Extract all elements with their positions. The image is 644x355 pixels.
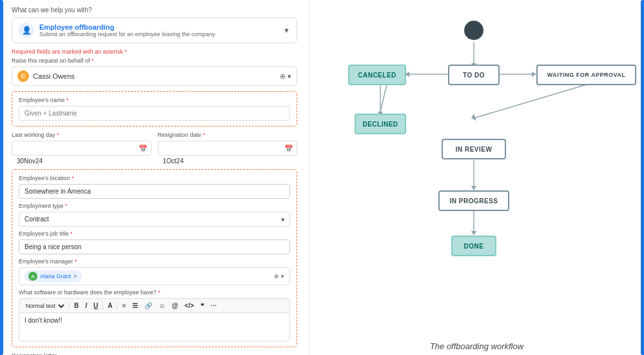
toolbar-divider-2: [102, 302, 103, 310]
right-panel: TO DO CANCELED DECLINED WAITING FOR APPR…: [309, 0, 644, 355]
behalf-label: Raise this request on behalf of *: [12, 57, 297, 64]
richtext-body[interactable]: I don't know!!: [19, 312, 290, 341]
waiting-node: WAITING FOR APPROVAL: [536, 65, 636, 85]
list-ul-button[interactable]: ☰: [130, 301, 140, 310]
manager-tag: A Alana Grant ×: [24, 270, 82, 282]
left-panel: What can we help you with? 👤 Employee of…: [0, 0, 309, 355]
resignation-date-input[interactable]: [158, 141, 298, 156]
inprogress-node: IN PROGRESS: [438, 190, 509, 211]
resignation-date-field: Resignation date * 📅 1Oct24: [158, 132, 298, 167]
behalf-name: Cassi Owens: [33, 72, 75, 80]
list-ol-button[interactable]: ≡: [120, 301, 128, 310]
workflow-area: TO DO CANCELED DECLINED WAITING FOR APPR…: [316, 6, 638, 338]
service-info: 👤 Employee offboarding Submit an offboar…: [19, 23, 216, 38]
richtext-toolbar: Normal text B I U A ≡ ☰ 🔗 ☺ @ </> ❝: [19, 298, 290, 312]
todo-label: TO DO: [463, 72, 485, 79]
calendar-icon: 📅: [139, 144, 148, 152]
manager-input-wrap[interactable]: A Alana Grant × ⊕ ▾: [19, 267, 290, 285]
italic-button[interactable]: I: [83, 301, 89, 310]
inreview-node: IN REVIEW: [442, 139, 506, 159]
link-button[interactable]: 🔗: [142, 301, 154, 310]
manager-tag-remove[interactable]: ×: [73, 273, 77, 279]
employee-location-label: Employee's location *: [19, 175, 290, 181]
svg-line-8: [474, 85, 587, 118]
richtext-editor: Normal text B I U A ≡ ☰ 🔗 ☺ @ </> ❝: [19, 298, 290, 341]
employment-type-select[interactable]: Contract: [19, 212, 290, 227]
emoji-button[interactable]: ☺: [157, 301, 167, 310]
richtext-content: I don't know!!: [24, 317, 63, 324]
manager-avatar: A: [28, 272, 37, 281]
inreview-label: IN REVIEW: [456, 146, 493, 153]
resignation-date-container: 📅: [158, 141, 298, 156]
manager-tag-name: Alana Grant: [40, 273, 71, 279]
svg-marker-14: [471, 231, 476, 236]
employment-type-label: Employment type *: [19, 203, 290, 209]
more-button[interactable]: ⋯: [208, 301, 219, 310]
text-style-select[interactable]: Normal text: [23, 302, 66, 310]
svg-marker-5: [532, 72, 536, 77]
manager-label: Employee's manager *: [19, 258, 290, 265]
svg-marker-9: [471, 114, 476, 121]
declined-node: DECLINED: [355, 114, 406, 134]
employee-name-input[interactable]: [19, 106, 290, 121]
quote-button[interactable]: ❝: [199, 301, 206, 310]
workflow-start-circle: [464, 21, 483, 40]
workflow-svg: [316, 6, 638, 338]
resignation-calendar-icon: 📅: [284, 144, 293, 152]
behalf-icons: ⊕ ▾: [280, 72, 291, 81]
service-chevron-icon[interactable]: ▼: [283, 26, 290, 34]
declined-label: DECLINED: [362, 121, 398, 128]
todo-node: TO DO: [448, 65, 500, 85]
bold-button[interactable]: B: [72, 301, 81, 310]
waiting-label: WAITING FOR APPROVAL: [547, 72, 626, 78]
required-note: Required fields are marked with an aster…: [12, 48, 297, 55]
resignation-date-value: 1Oct24: [158, 156, 298, 167]
employee-location-input[interactable]: [19, 184, 290, 199]
job-title-label: Employee's job title *: [19, 230, 290, 237]
svg-line-10: [380, 85, 387, 112]
last-working-label: Last working day *: [12, 132, 151, 138]
last-working-day-field: Last working day * 📅 30Nov24: [12, 132, 151, 167]
right-accent-bar: [641, 0, 644, 355]
help-text: What can we help you with?: [12, 6, 297, 14]
software-label: What software or hardware does the emplo…: [19, 289, 290, 296]
right-caption: The offboarding workflow: [316, 338, 638, 355]
svg-marker-12: [471, 186, 476, 190]
done-label: DONE: [464, 243, 484, 250]
toolbar-divider-3: [117, 302, 117, 310]
employment-type-wrapper: Contract: [19, 212, 290, 227]
resignation-letter-label: Resignation letter: [12, 352, 297, 355]
font-color-button[interactable]: A: [106, 301, 114, 310]
resignation-date-label: Resignation date *: [158, 132, 298, 138]
service-selector[interactable]: 👤 Employee offboarding Submit an offboar…: [12, 17, 297, 43]
canceled-node: CANCELED: [348, 65, 406, 85]
employee-name-label: Employee's name *: [19, 97, 290, 103]
toolbar-divider-1: [69, 302, 70, 310]
last-working-container: 📅: [12, 141, 151, 156]
last-working-value: 30Nov24: [12, 156, 151, 167]
inprogress-label: IN PROGRESS: [450, 198, 498, 205]
done-node: DONE: [451, 236, 496, 256]
manager-icons: ⊕ ▾: [274, 273, 284, 279]
service-desc: Submit an offboarding request for an emp…: [39, 31, 216, 37]
job-title-input[interactable]: [19, 239, 290, 254]
canceled-label: CANCELED: [358, 72, 396, 79]
employee-details-section: Employee's location * Employment type * …: [12, 169, 297, 347]
employee-name-section: Employee's name *: [12, 91, 297, 127]
mention-button[interactable]: @: [170, 301, 181, 310]
behalf-avatar: C: [17, 70, 29, 82]
last-working-input[interactable]: [12, 141, 151, 156]
left-accent-bar: [0, 0, 3, 355]
service-icon: 👤: [19, 23, 34, 38]
code-block-button[interactable]: </>: [182, 301, 195, 310]
underline-button[interactable]: U: [92, 301, 100, 310]
behalf-user-info: C Cassi Owens: [17, 70, 75, 82]
behalf-selector[interactable]: C Cassi Owens ⊕ ▾: [12, 66, 297, 86]
service-title: Employee offboarding: [39, 23, 216, 31]
